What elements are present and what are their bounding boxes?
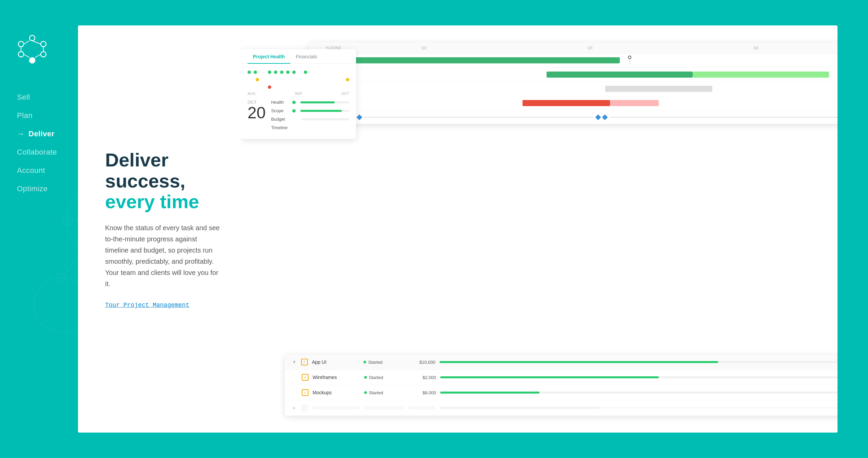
tour-link[interactable]: Tour Project Management bbox=[105, 302, 189, 308]
svg-point-11 bbox=[29, 35, 35, 41]
dashboard-area: Project Health Financials bbox=[241, 25, 837, 433]
active-arrow-icon: → bbox=[17, 130, 24, 138]
dot-green bbox=[304, 71, 307, 74]
dot-yellow bbox=[346, 78, 349, 81]
metric-health: Health bbox=[271, 100, 349, 105]
sidebar-item-account[interactable]: Account bbox=[17, 166, 57, 175]
gantt-months: Q2 Q3 Q4 bbox=[341, 46, 837, 50]
gantt-row-1: ↑ 100% bbox=[309, 54, 837, 68]
hero-body: Know the status of every task and see to… bbox=[105, 222, 220, 290]
gantt-row-4: ⚡ 60% bbox=[309, 96, 837, 111]
timeline-row: Next Two Weeks bbox=[309, 111, 837, 124]
dot-row-1 bbox=[248, 69, 349, 75]
task-status-wireframes: Started bbox=[364, 375, 405, 380]
timeline-bar-area bbox=[357, 115, 837, 119]
task-status-mockups: Started bbox=[364, 390, 405, 395]
svg-point-13 bbox=[41, 52, 46, 57]
dot-yellow bbox=[256, 78, 259, 81]
dot-green bbox=[292, 71, 296, 74]
gantt-row-3: ◇ 0% bbox=[309, 82, 837, 96]
tab-financials[interactable]: Financials bbox=[290, 49, 322, 63]
logo bbox=[17, 34, 47, 66]
expand-icon-placeholder: ▶ bbox=[292, 405, 297, 411]
scope-indicator bbox=[292, 109, 296, 113]
gantt-panel: % DONE Q2 Q3 Q4 ↑ 100% bbox=[309, 42, 837, 124]
gantt-bar-area-2 bbox=[352, 72, 837, 78]
metric-timeline: Timeline bbox=[271, 125, 349, 130]
task-checkbox-wireframes[interactable]: ✓ bbox=[302, 374, 309, 381]
timeline-diamond-1 bbox=[357, 114, 362, 120]
dot-green bbox=[248, 71, 251, 74]
timeline-line bbox=[364, 117, 593, 118]
sidebar-item-sell[interactable]: Sell bbox=[17, 93, 57, 102]
svg-point-15 bbox=[18, 52, 24, 57]
dot-red bbox=[268, 85, 271, 89]
panel-tabs: Project Health Financials bbox=[241, 49, 356, 64]
task-row-wireframes: ✓ Wireframes Started $2,000 bbox=[285, 370, 837, 385]
gantt-row-2: ✓ 50% bbox=[309, 68, 837, 82]
tab-project-health[interactable]: Project Health bbox=[248, 49, 290, 63]
sidebar-item-optimize[interactable]: Optimize bbox=[17, 184, 57, 193]
expand-icon[interactable]: ▼ bbox=[292, 359, 297, 365]
svg-point-16 bbox=[18, 41, 24, 47]
hero-headline: Deliver success, every time bbox=[105, 150, 220, 212]
tasks-panel: ▼ ✓ App UI Started $10,000 bbox=[285, 355, 837, 416]
project-health-panel: Project Health Financials bbox=[241, 49, 356, 139]
hero-text-section: Deliver success, every time Know the sta… bbox=[78, 129, 241, 329]
date-display: OCT 20 bbox=[248, 100, 265, 121]
dashboard-container: Project Health Financials bbox=[241, 42, 837, 416]
timeline-line-2 bbox=[610, 117, 837, 118]
task-row-placeholder: ▶ bbox=[285, 400, 837, 416]
gantt-bar-area-4 bbox=[352, 100, 837, 107]
sidebar-nav: Sell Plan → Deliver Collaborate Account … bbox=[17, 93, 57, 193]
month-labels: AUG SEP OCT bbox=[248, 92, 349, 96]
metric-scope: Scope bbox=[271, 108, 349, 113]
svg-line-17 bbox=[32, 41, 41, 44]
svg-point-14 bbox=[29, 58, 35, 63]
task-progress-mockups bbox=[440, 392, 837, 394]
health-indicator bbox=[292, 101, 296, 104]
svg-line-22 bbox=[24, 41, 29, 44]
task-progress-wireframes bbox=[440, 376, 837, 378]
svg-line-19 bbox=[35, 54, 41, 58]
sidebar-item-deliver[interactable]: → Deliver bbox=[17, 130, 57, 138]
sidebar: Sell Plan → Deliver Collaborate Account … bbox=[0, 0, 78, 458]
task-status-app-ui: Started bbox=[363, 360, 404, 365]
svg-point-12 bbox=[41, 41, 46, 47]
gantt-bar-area-3 bbox=[352, 86, 837, 93]
metric-budget: Budget bbox=[271, 117, 349, 122]
panel-body: AUG SEP OCT OCT 20 H bbox=[241, 64, 356, 139]
dot-row-2 bbox=[248, 77, 349, 83]
main-content-area: Deliver success, every time Know the sta… bbox=[78, 25, 837, 433]
dot-row-3 bbox=[248, 84, 349, 90]
dot-green bbox=[280, 71, 283, 74]
sidebar-item-plan[interactable]: Plan bbox=[17, 111, 57, 120]
dot-green bbox=[254, 71, 257, 74]
gantt-bar-area-1 bbox=[352, 57, 837, 64]
date-metrics-section: OCT 20 Health Scope bbox=[248, 100, 349, 134]
task-checkbox-app-ui[interactable]: ✓ bbox=[301, 359, 308, 365]
svg-line-20 bbox=[24, 54, 29, 58]
metrics-list: Health Scope Budget bbox=[271, 100, 349, 134]
task-checkbox-mockups[interactable]: ✓ bbox=[302, 389, 309, 396]
task-progress-app-ui bbox=[439, 361, 837, 363]
gantt-header: % DONE Q2 Q3 Q4 bbox=[309, 42, 837, 54]
task-row-mockups: ✓ Mockups Started $8,000 bbox=[285, 385, 837, 400]
sidebar-item-collaborate[interactable]: Collaborate bbox=[17, 148, 57, 157]
dot-green bbox=[274, 71, 277, 74]
task-row-app-ui: ▼ ✓ App UI Started $10,000 bbox=[285, 355, 837, 370]
content-layout: Deliver success, every time Know the sta… bbox=[78, 25, 837, 433]
dot-green bbox=[268, 71, 271, 74]
timeline-diamond-3 bbox=[602, 114, 608, 120]
timeline-diamond-2 bbox=[595, 114, 601, 120]
dot-green bbox=[286, 71, 290, 74]
